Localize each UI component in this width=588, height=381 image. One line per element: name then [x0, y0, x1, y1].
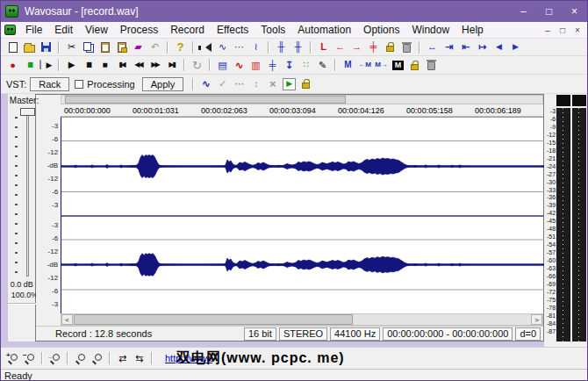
menu-item-tools[interactable]: Tools	[255, 23, 291, 37]
zoom-all-button[interactable]: ↔	[424, 40, 441, 54]
fast-forward-button[interactable]: ▶▶	[147, 58, 163, 73]
pause-button[interactable]: ▮▮	[80, 58, 97, 73]
record-button[interactable]: ●	[4, 58, 21, 73]
scroll-right-arrow[interactable]: >	[531, 314, 542, 325]
play-from-cursor-button[interactable]: ▏▶	[38, 58, 54, 73]
bottom-scrollbar[interactable]: < >	[61, 313, 543, 326]
menu-item-options[interactable]: Options	[357, 23, 405, 37]
marker-previous-button[interactable]: ←M	[356, 58, 373, 73]
marker-add-button[interactable]: M	[340, 58, 356, 73]
marker-delete-button[interactable]	[423, 58, 440, 73]
marker-lock-button[interactable]	[406, 58, 423, 73]
menu-item-edit[interactable]: Edit	[48, 23, 79, 37]
go-to-start-button[interactable]: ▮◀	[113, 58, 130, 73]
cut-button[interactable]: ✂	[63, 40, 80, 54]
go-to-end-button[interactable]: ▶▮	[163, 58, 180, 73]
undo-button[interactable]: ↶	[147, 40, 163, 54]
loop-delete-button[interactable]	[398, 40, 415, 54]
play-button[interactable]: ▶	[63, 58, 80, 73]
menu-item-process[interactable]: Process	[114, 23, 164, 37]
zoom-in-selection-button[interactable]: ⇥	[441, 40, 457, 54]
view-previous-button[interactable]: ◀	[491, 40, 507, 54]
fit-horizontal-button[interactable]: ⇄	[114, 351, 131, 366]
mdi-minimize-button[interactable]: –	[541, 25, 554, 36]
kick-detect-button[interactable]: ∷	[298, 58, 314, 73]
save-file-button[interactable]	[38, 40, 54, 54]
help-button[interactable]: ?	[172, 40, 189, 54]
interpolate-button[interactable]: ≀	[247, 40, 264, 54]
vst-lock-button[interactable]	[298, 76, 314, 91]
waveform-channel-left[interactable]	[61, 118, 544, 215]
zoom-vertical-out-button[interactable]	[89, 351, 105, 366]
speaker-button[interactable]	[197, 40, 214, 54]
db-ruler-label: -3	[52, 221, 58, 229]
waveform-display[interactable]	[61, 117, 543, 313]
copy-to-new-button[interactable]: ▥	[247, 58, 264, 73]
paste-button[interactable]	[97, 40, 113, 54]
menu-item-help[interactable]: Help	[455, 23, 490, 37]
top-scrollbar-thumb[interactable]	[65, 96, 346, 104]
top-scrollbar[interactable]	[61, 95, 543, 104]
vst-rack-button[interactable]: Rack	[30, 77, 69, 91]
zoom-fit-button[interactable]: ↦	[474, 40, 491, 54]
loop-lock-button[interactable]	[382, 40, 398, 54]
scroll-left-arrow[interactable]: <	[61, 314, 73, 325]
pencil-tool-button[interactable]: ✎	[314, 58, 331, 73]
bottom-scrollbar-thumb[interactable]	[74, 314, 353, 325]
channel-comb-right-button[interactable]: ╫	[290, 40, 306, 54]
vst-apply-button[interactable]: Apply	[142, 77, 184, 91]
vst-close-button[interactable]: ×	[264, 76, 281, 91]
copy-button[interactable]	[80, 40, 97, 54]
menu-item-record[interactable]: Record	[164, 23, 211, 37]
marker-next-button[interactable]: M→	[373, 58, 390, 73]
channel-comb-left-button[interactable]: ╫	[273, 40, 290, 54]
minimize-button[interactable]: –	[511, 1, 536, 22]
zoom-vertical-in-button[interactable]	[72, 351, 89, 366]
menu-item-effects[interactable]: Effects	[211, 23, 255, 37]
loop-playback-button[interactable]: ↻	[189, 58, 205, 73]
mdi-close-button[interactable]: ×	[571, 25, 584, 36]
new-file-button[interactable]	[4, 40, 21, 54]
menu-item-view[interactable]: View	[79, 23, 114, 37]
zoom-in-button[interactable]: +	[4, 351, 21, 366]
rewind-button[interactable]: ◀◀	[130, 58, 147, 73]
loop-start-button[interactable]: ←	[332, 40, 348, 54]
master-fader[interactable]	[11, 108, 34, 280]
crop-button[interactable]: ▰	[130, 40, 147, 54]
zoom-selection-button[interactable]: _	[47, 351, 63, 366]
marker-current-button[interactable]: M	[390, 58, 406, 73]
loop-end-button[interactable]: →	[348, 40, 365, 54]
loop-point-button[interactable]: L	[315, 40, 332, 54]
loop-markers-button[interactable]: ╪	[365, 40, 382, 54]
mdi-restore-button[interactable]: □	[556, 25, 569, 36]
statistics-button[interactable]: ∿	[231, 58, 247, 73]
processing-checkbox[interactable]	[75, 80, 83, 89]
paste-special-button[interactable]	[113, 40, 130, 54]
open-file-button[interactable]	[21, 40, 38, 54]
zoom-out-selection-button[interactable]: ⇤	[457, 40, 474, 54]
vst-params-button[interactable]: ⋯	[231, 76, 247, 91]
insert-wave-button[interactable]: ↧	[281, 58, 298, 73]
resample-button[interactable]: ╪	[264, 58, 281, 73]
vst-updown-button[interactable]: ↕	[247, 76, 264, 91]
close-button[interactable]: ×	[562, 1, 587, 22]
fit-selection-button[interactable]: ⇆	[131, 351, 147, 366]
document-icon[interactable]	[4, 25, 16, 35]
menu-item-window[interactable]: Window	[405, 23, 455, 37]
view-next-button[interactable]: ▶	[507, 40, 524, 54]
vst-confirm-button[interactable]: ✓	[214, 76, 231, 91]
menu-item-file[interactable]: File	[19, 23, 48, 37]
wave-document-button[interactable]: ▤	[214, 58, 231, 73]
fader-handle[interactable]	[20, 108, 35, 116]
vst-envelope-button[interactable]: ∿	[197, 76, 214, 91]
waveform-channel-right[interactable]	[61, 215, 544, 313]
stop-button[interactable]: ■	[97, 58, 113, 73]
vst-play-button[interactable]: ▶	[281, 76, 298, 91]
menu-item-automation[interactable]: Automation	[291, 23, 357, 37]
zoom-out-button[interactable]: −	[21, 351, 38, 366]
db-ruler: -3-6-12-dB-12-6-3-3-6-12-dB-12-6-3	[36, 117, 61, 313]
envelope-point-button[interactable]: ∿	[214, 40, 231, 54]
record-pause-button[interactable]: ▮▮	[21, 58, 38, 73]
envelope-points-button[interactable]: ⋯	[231, 40, 247, 54]
maximize-button[interactable]: □	[536, 1, 562, 22]
